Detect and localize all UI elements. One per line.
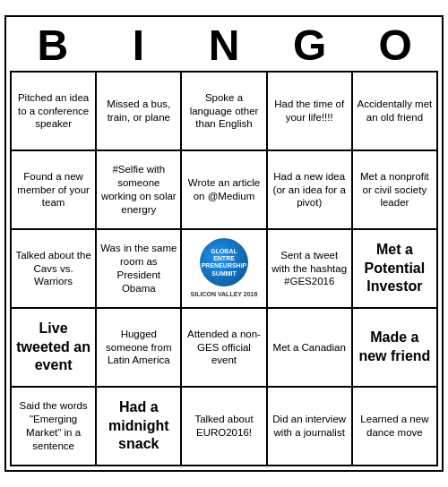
bingo-cell-7: Wrote an article on @Medium [182,151,267,230]
bingo-cell-1: Missed a bus, train, or plane [97,73,182,151]
bingo-cell-0: Pitched an idea to a conference speaker [12,73,97,151]
bingo-cell-19: Made a new friend [353,309,438,388]
bingo-cell-15: Live tweeted an event [12,309,97,388]
bingo-cell-17: Attended a non-GES official event [182,309,267,388]
summit-logo-text: GLOBALENTREPRENEURSHIPSUMMIT [200,246,248,280]
bingo-cell-3: Had the time of your life!!!! [268,73,353,151]
bingo-cell-16: Hugged someone from Latin America [97,309,182,388]
bingo-header: B I N G O [10,21,438,71]
free-space-content: GLOBALENTREPRENEURSHIPSUMMIT SILICON VAL… [184,232,263,305]
summit-logo-circle: GLOBALENTREPRENEURSHIPSUMMIT [200,238,248,286]
bingo-cell-5: Found a new member of your team [12,151,97,230]
letter-n: N [184,24,264,67]
bingo-cell-12: GLOBALENTREPRENEURSHIPSUMMIT SILICON VAL… [182,230,267,309]
bingo-cell-11: Was in the same room as President Obama [97,230,182,309]
bingo-cell-20: Said the words "Emerging Market" in a se… [12,388,97,466]
bingo-cell-23: Did an interview with a journalist [268,388,353,466]
bingo-cell-18: Met a Canadian [268,309,353,388]
bingo-cell-14: Met a Potential Investor [353,230,438,309]
bingo-cell-21: Had a midnight snack [97,388,182,466]
bingo-cell-2: Spoke a language other than English [182,73,267,151]
bingo-cell-4: Accidentally met an old friend [353,73,438,151]
bingo-cell-9: Met a nonprofit or civil society leader [353,151,438,230]
summit-sub-text: SILICON VALLEY 2016 [191,290,258,298]
bingo-cell-22: Talked about EURO2016! [182,388,267,466]
letter-o: O [355,24,435,67]
bingo-cell-13: Sent a tweet with the hashtag #GES2016 [268,230,353,309]
bingo-cell-24: Learned a new dance move [353,388,438,466]
bingo-cell-8: Had a new idea (or an idea for a pivot) [268,151,353,230]
letter-i: I [98,24,178,67]
letter-b: B [13,24,93,67]
bingo-cell-6: #Selfie with someone working on solar en… [97,151,182,230]
bingo-grid: Pitched an idea to a conference speakerM… [10,71,438,466]
bingo-card: B I N G O Pitched an idea to a conferenc… [4,15,444,472]
letter-g: G [270,24,350,67]
bingo-cell-10: Talked about the Cavs vs. Warriors [12,230,97,309]
